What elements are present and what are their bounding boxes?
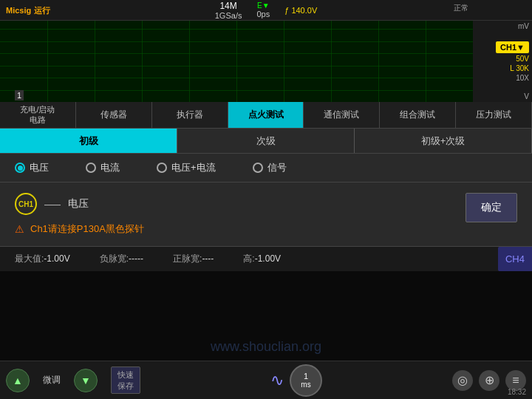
time-control[interactable]: 1 ms: [290, 364, 322, 397]
sub-tab-both[interactable]: 初级+次级: [355, 129, 532, 153]
time-unit: ms: [301, 381, 310, 389]
tab-actuator[interactable]: 执行器: [152, 102, 228, 128]
scope-grid: 1: [0, 21, 473, 102]
watermark: www.shouclian.org: [211, 339, 321, 355]
confirm-button[interactable]: 确定: [466, 193, 517, 222]
ch1-connector-arrow: ——: [44, 200, 61, 208]
ten-x-label: CH1▼: [496, 40, 529, 53]
tab-pressure[interactable]: 压力测试: [456, 102, 532, 128]
up-button[interactable]: ▼: [74, 369, 98, 392]
left-content: CH1 —— 电压 ⚠ Ch1请连接P130A黑色探针: [15, 193, 144, 236]
grid-v4: [189, 21, 190, 102]
content-area: CH1 —— 电压 ⚠ Ch1请连接P130A黑色探针 确定: [0, 183, 532, 246]
v-label: V: [524, 92, 529, 100]
ch1-load: L 30K: [510, 64, 529, 72]
stat-neg-val: -----: [129, 253, 143, 264]
grid-v6: [284, 21, 284, 102]
toolbar-icon-1[interactable]: ◎: [452, 370, 473, 391]
radio-voltage[interactable]: 电压: [15, 161, 49, 174]
tab-comm[interactable]: 通信测试: [304, 102, 380, 128]
stat-max: 最大值:-1.00V: [15, 253, 70, 265]
radio-current[interactable]: 电流: [86, 161, 120, 174]
tab-combo[interactable]: 组合测试: [380, 102, 456, 128]
radio-signal[interactable]: 信号: [253, 161, 287, 174]
top-bar: Micsig 运行 14M 1GSa/s E▼ 0ps ƒ 140.0V 正常: [0, 0, 532, 21]
grid-v5: [236, 21, 237, 102]
logo: Micsig 运行: [0, 4, 56, 16]
top-center: 14M 1GSa/s E▼ 0ps ƒ 140.0V: [215, 1, 318, 20]
stat-high: 高:-1.00V: [243, 253, 281, 265]
mv-label: mV: [518, 22, 529, 30]
radio-circle-vc: [157, 163, 167, 173]
time-display: 18:32: [508, 388, 526, 396]
stat-neg-pulse: 负脉宽:-----: [100, 253, 143, 265]
grid-v2: [95, 21, 95, 102]
stat-high-val: -1.00V: [255, 253, 281, 264]
sub-tabs: 初级 次级 初级+次级: [0, 129, 532, 154]
grid-v8: [378, 21, 379, 102]
scope-area: 1 mV CH1▼ 50V L 30K 10X V: [0, 21, 532, 102]
logo-text: Micsig: [6, 6, 31, 15]
status-badge: 运行: [34, 6, 50, 15]
grid-v3: [142, 21, 143, 102]
radio-circle-current: [86, 163, 96, 173]
sub-tab-secondary[interactable]: 次级: [177, 129, 355, 153]
sub-tab-primary[interactable]: 初级: [0, 129, 177, 153]
stat-pos-val: ----: [202, 253, 214, 264]
ch1-row: CH1 —— 电压: [15, 193, 144, 215]
radio-label-signal: 信号: [267, 161, 287, 174]
fine-adjust-label: 微调: [35, 371, 68, 389]
bottom-toolbar: ▲ 微调 ▼ 快速保存 ∿ 1 ms ◎ ⊕ ≡ 18:32: [0, 361, 532, 399]
ch1-channel-text: 电压: [68, 197, 89, 211]
grid-v9: [426, 21, 426, 102]
main-tabs: 充电/启动电路 传感器 执行器 点火测试 通信测试 组合测试 压力测试: [0, 102, 532, 129]
radio-group: 电压 电流 电压+电流 信号: [0, 154, 532, 183]
ch1-volt: 50V: [516, 55, 529, 63]
radio-label-voltage: 电压: [30, 161, 49, 174]
toolbar-icon-2[interactable]: ⊕: [479, 370, 499, 391]
stat-pos-pulse: 正脉宽:----: [173, 253, 214, 265]
radio-circle-signal: [253, 163, 263, 173]
radio-label-vc: 电压+电流: [171, 161, 216, 174]
tab-sensor[interactable]: 传感器: [76, 102, 152, 128]
scope-marker: 1: [15, 90, 24, 100]
ten-x-badge: 10X: [516, 74, 529, 82]
grid-v7: [331, 21, 332, 102]
wave-icon: ∿: [270, 371, 284, 390]
radio-circle-voltage: [15, 163, 25, 173]
radio-label-current: 电流: [100, 161, 120, 174]
radio-voltage-current[interactable]: 电压+电流: [157, 161, 216, 174]
trigger-position: E▼ 0ps: [256, 1, 270, 18]
bottom-stats: 最大值:-1.00V 负脉宽:----- 正脉宽:---- 高:-1.00V C…: [0, 246, 532, 271]
stat-max-val: -1.00V: [44, 253, 69, 264]
warning-text: Ch1请连接P130A黑色探针: [30, 222, 144, 236]
time-val: 1: [304, 372, 308, 381]
grid-v1: [47, 21, 48, 102]
quick-save-button[interactable]: 快速保存: [111, 366, 140, 394]
scope-right-panel: mV CH1▼ 50V L 30K 10X V: [473, 21, 532, 102]
sample-rate: 14M 1GSa/s: [215, 1, 242, 20]
tab-charge[interactable]: 充电/启动电路: [0, 102, 76, 128]
trigger-value: ƒ 140.0V: [284, 6, 317, 15]
tab-ignition[interactable]: 点火测试: [228, 102, 304, 128]
trigger-normal-label: 正常: [454, 3, 468, 13]
ch1-circle: CH1: [15, 193, 37, 215]
down-button[interactable]: ▲: [6, 369, 30, 392]
warning-row: ⚠ Ch1请连接P130A黑色探针: [15, 222, 144, 236]
ch1-badge[interactable]: CH1▼: [496, 41, 529, 53]
ch4-badge[interactable]: CH4: [498, 247, 532, 271]
warning-icon: ⚠: [15, 223, 24, 235]
tabs-container: 充电/启动电路 传感器 执行器 点火测试 通信测试 组合测试 压力测试 初级 次…: [0, 102, 532, 154]
